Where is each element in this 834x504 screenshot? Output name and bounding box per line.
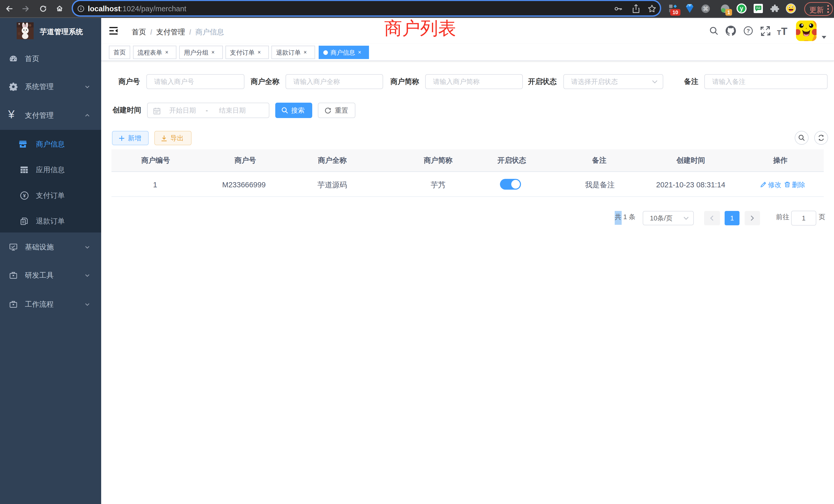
- svg-text:⌘: ⌘: [703, 6, 708, 12]
- svg-text:¥: ¥: [23, 193, 26, 198]
- svg-text:y: y: [740, 5, 743, 12]
- svg-text:?: ?: [747, 28, 750, 33]
